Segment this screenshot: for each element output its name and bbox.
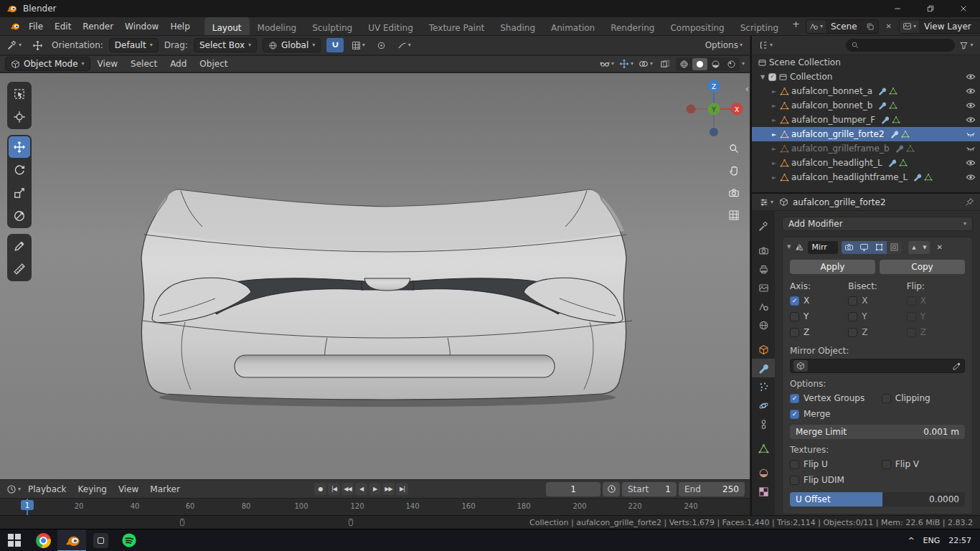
show-gizmo-dropdown[interactable]: ▾ (618, 57, 635, 71)
copy-button[interactable]: Copy (880, 260, 965, 274)
panel-expand-icon[interactable]: ▼ (787, 245, 791, 250)
taskbar-spotify-button[interactable] (115, 529, 143, 551)
checkbox-flip-y[interactable] (907, 312, 916, 321)
merge-limit-field[interactable]: Merge Limit 0.001 m (790, 425, 965, 439)
checkbox-flip-udim[interactable] (790, 476, 799, 485)
overlays-dropdown[interactable]: ▾ (637, 57, 654, 71)
tab-world[interactable] (752, 316, 775, 334)
menu-select[interactable]: Select (125, 57, 163, 71)
visibility-eye-open[interactable] (966, 172, 976, 182)
tab-modifiers[interactable] (752, 359, 775, 377)
frame-end-field[interactable]: End 250 (679, 482, 745, 496)
checkbox-flip-v[interactable] (882, 460, 891, 469)
tool-rotate[interactable] (9, 159, 30, 181)
xray-toggle[interactable] (656, 57, 674, 71)
properties-editor-type-button[interactable]: ▾ (758, 195, 775, 209)
checkbox-axis-y[interactable] (790, 312, 799, 321)
outliner-editor-type-button[interactable]: ▾ (757, 38, 774, 52)
display-oncage-toggle[interactable] (887, 241, 902, 254)
scene-browse-button[interactable]: ▾ (806, 19, 826, 34)
visibility-eye-open[interactable] (966, 86, 976, 96)
sidebar-collapse-arrow[interactable]: ‹ (745, 83, 749, 94)
checkbox-vertex-groups[interactable]: ✓ (790, 394, 799, 403)
visibility-eye-closed[interactable] (966, 129, 976, 139)
object-visibility-dropdown[interactable]: ▾ (598, 57, 616, 71)
tab-scripting[interactable]: Scripting (732, 17, 786, 35)
menu-marker[interactable]: Marker (144, 482, 185, 496)
shading-wireframe-button[interactable] (677, 58, 692, 70)
titlebar[interactable]: Blender (0, 0, 980, 17)
tab-animation[interactable]: Animation (543, 17, 603, 35)
timeline-editor-type-button[interactable]: ▾ (5, 482, 22, 496)
viewport-canvas[interactable]: Z X Y ‹ (0, 73, 750, 479)
expand-icon[interactable]: ► (771, 88, 778, 95)
display-realtime-toggle[interactable] (857, 241, 872, 254)
tab-texture[interactable] (752, 482, 775, 501)
tab-rendering[interactable]: Rendering (603, 17, 662, 35)
checkbox-axis-x[interactable]: ✓ (790, 296, 799, 306)
editor-type-button[interactable]: ▾ (6, 38, 23, 52)
jump-to-start-button[interactable]: |◀ (328, 483, 340, 495)
taskbar-app-button[interactable] (86, 529, 115, 551)
tab-render[interactable] (752, 241, 775, 260)
visibility-eye-open[interactable] (966, 158, 976, 168)
maximize-button[interactable] (914, 0, 947, 17)
menu-help[interactable]: Help (164, 19, 195, 34)
tool-scale[interactable] (9, 182, 30, 204)
gizmo-minus-z-axis[interactable] (710, 128, 718, 136)
camera-view-button[interactable] (725, 184, 743, 202)
move-up-button[interactable]: ▲ (908, 241, 919, 254)
ortho-toggle-button[interactable] (725, 206, 743, 225)
tab-sculpting[interactable]: Sculpting (304, 17, 360, 35)
add-workspace-button[interactable]: + (786, 17, 806, 35)
tab-view-layer[interactable] (752, 278, 775, 297)
tab-material[interactable] (752, 463, 775, 482)
prev-keyframe-button[interactable]: ◀◀ (341, 483, 354, 495)
tab-shading[interactable]: Shading (492, 17, 543, 35)
tool-annotate[interactable] (9, 235, 30, 257)
u-offset-slider[interactable]: U Offset 0.0000 (790, 492, 965, 507)
tab-texture-paint[interactable]: Texture Paint (421, 17, 492, 35)
shading-solid-button[interactable] (692, 58, 707, 70)
view-layer-selector[interactable]: ▾ View Layer (899, 19, 980, 34)
menu-edit[interactable]: Edit (49, 19, 77, 34)
snap-target-dropdown[interactable]: ▾ (349, 38, 367, 52)
gizmo-minus-x-axis[interactable] (687, 105, 696, 114)
car-model[interactable] (0, 73, 750, 479)
tool-select-box[interactable] (9, 83, 30, 105)
checkbox-bisect-x[interactable] (848, 296, 857, 306)
visibility-eye-open[interactable] (966, 100, 976, 110)
move-down-button[interactable]: ▼ (919, 241, 930, 254)
outliner-row-object[interactable]: ► aufalcon_headlightframe_L (752, 170, 980, 184)
proportional-falloff-dropdown[interactable]: ▾ (395, 38, 413, 52)
checkbox-bisect-z[interactable] (848, 328, 857, 337)
tab-physics[interactable] (752, 396, 775, 415)
checkbox-merge[interactable]: ✓ (790, 410, 799, 419)
tab-object-data[interactable] (752, 439, 775, 458)
outliner-row-object[interactable]: ► aufalcon_bonnet_a (752, 84, 980, 98)
checkbox-clipping[interactable] (882, 394, 891, 403)
outliner-row-collection[interactable]: ▼ ✓ Collection (752, 70, 980, 84)
app-menu-button[interactable] (6, 19, 23, 34)
frame-start-field[interactable]: Start 1 (622, 482, 677, 496)
jump-to-end-button[interactable]: ▶| (396, 483, 408, 495)
display-render-toggle[interactable] (842, 241, 857, 254)
checkbox-flip-x[interactable] (907, 296, 916, 306)
zoom-button[interactable] (725, 139, 743, 158)
menu-object[interactable]: Object (194, 57, 233, 71)
view-layer-name[interactable]: View Layer (919, 22, 976, 32)
drag-dropdown[interactable]: Select Box ▾ (194, 38, 257, 52)
outliner-row-object-active[interactable]: ► aufalcon_grille_forte2 (752, 127, 980, 141)
tool-options-dropdown[interactable]: Options ▾ (704, 38, 744, 52)
checkbox-bisect-y[interactable] (848, 312, 857, 321)
outliner-row-object[interactable]: ► aufalcon_headlight_L (752, 156, 980, 170)
menu-add[interactable]: Add (164, 57, 192, 71)
tool-measure[interactable] (9, 258, 30, 280)
navigation-gizmo[interactable]: Z X Y (681, 77, 747, 139)
record-button[interactable]: ● (314, 483, 326, 495)
scene-selector[interactable]: ▾ Scene (806, 19, 879, 34)
preview-range-toggle[interactable] (603, 482, 620, 496)
menu-render[interactable]: Render (77, 19, 119, 34)
proportional-edit-toggle[interactable] (372, 38, 390, 52)
tab-layout[interactable]: Layout (204, 17, 250, 35)
